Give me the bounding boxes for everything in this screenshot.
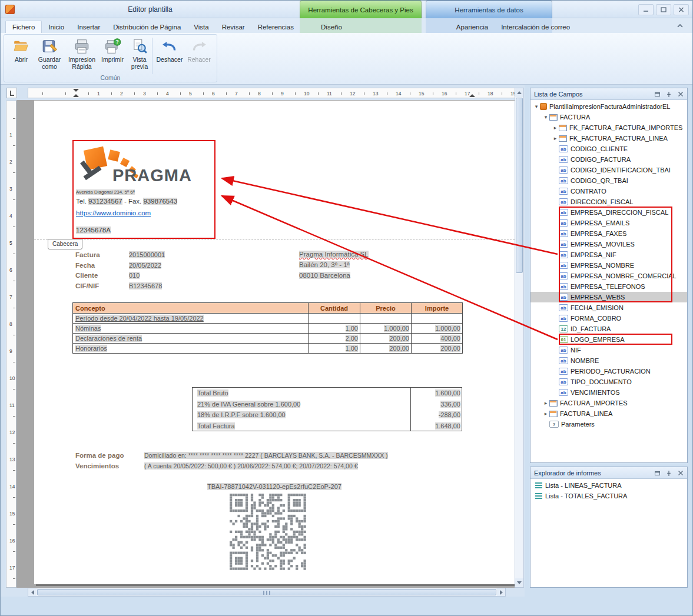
totals-value: 1.648,00 bbox=[411, 421, 460, 431]
ruler-origin-box[interactable] bbox=[6, 88, 17, 98]
field-item-empresa-emails[interactable]: abEMPRESA_EMAILS bbox=[530, 218, 687, 228]
invoice-totals-box[interactable]: Total Bruto1.600,0021% de IVA General so… bbox=[192, 387, 462, 431]
scroll-left-button[interactable] bbox=[28, 588, 37, 596]
float-panel-button[interactable] bbox=[653, 90, 661, 98]
imprimir-button[interactable]: ? Imprimir bbox=[99, 38, 126, 76]
field-item-fk-factura-factura-linea[interactable]: ▸FK_FACTURA_FACTURA_LINEA bbox=[530, 133, 687, 144]
document-vertical-scrollbar[interactable] bbox=[515, 88, 524, 588]
report-item-lista-lineas-factura[interactable]: Lista - LINEAS_FACTURA bbox=[530, 480, 687, 491]
field-item-codigo-factura[interactable]: abCODIGO_FACTURA bbox=[530, 154, 687, 165]
tab-inicio[interactable]: Inicio bbox=[42, 21, 71, 33]
maximize-button[interactable] bbox=[656, 4, 671, 15]
field-item-direccion-fiscal[interactable]: abDIRECCION_FISCAL bbox=[530, 197, 687, 207]
abrir-button[interactable]: Abrir bbox=[8, 38, 34, 76]
pin-panel-button[interactable] bbox=[665, 469, 673, 477]
field-item-vencimientos[interactable]: abVENCIMIENTOS bbox=[530, 387, 687, 398]
field-item-codigo-qr-tbai[interactable]: abCODIGO_QR_TBAI bbox=[530, 175, 687, 186]
ruler-margin-marker-icon[interactable] bbox=[73, 89, 79, 92]
report-icon bbox=[540, 103, 547, 110]
field-item-id-factura[interactable]: 12ID_FACTURA bbox=[530, 324, 687, 334]
v-ruler-tick bbox=[13, 172, 15, 173]
invoice-period-row[interactable]: Período desde 20/04/2022 hasta 19/05/202… bbox=[73, 314, 463, 324]
scroll-up-button[interactable] bbox=[515, 88, 523, 97]
rehacer-button[interactable]: Rehacer bbox=[184, 38, 214, 76]
document-page[interactable]: PRAGMA Avenida Diagonal 234, 5º 6ª Tel. … bbox=[34, 101, 515, 584]
tab-revisar[interactable]: Revisar bbox=[215, 21, 251, 33]
impresion-rapida-button[interactable]: Impresion Rápida bbox=[65, 38, 99, 76]
horizontal-ruler[interactable]: 12345678910111213141516171819 bbox=[28, 88, 515, 98]
ruler-margin-marker-icon[interactable] bbox=[73, 94, 79, 97]
report-item-lista-totales-factura[interactable]: Lista - TOTALES_FACTURA bbox=[530, 491, 687, 501]
report-explorer-header[interactable]: Explorador de informes bbox=[530, 467, 687, 479]
field-item-tipo-documento[interactable]: abTIPO_DOCUMENTO bbox=[530, 377, 687, 387]
field-item-codigo-cliente[interactable]: abCODIGO_CLIENTE bbox=[530, 144, 687, 154]
tab-intercalacion-de-correo[interactable]: Intercalación de correo bbox=[495, 21, 576, 33]
company-header-block[interactable]: PRAGMA Avenida Diagonal 234, 5º 6ª Tel. … bbox=[72, 140, 215, 239]
document-horizontal-scrollbar[interactable] bbox=[28, 588, 506, 597]
field-item-factura[interactable]: ▾FACTURA bbox=[530, 112, 687, 122]
pin-panel-button[interactable] bbox=[665, 90, 673, 98]
field-item-contrato[interactable]: abCONTRATO bbox=[530, 186, 687, 197]
field-item-nif[interactable]: abNIF bbox=[530, 345, 687, 355]
field-list-header[interactable]: Lista de Campos bbox=[530, 88, 687, 100]
field-item-fecha-emision[interactable]: abFECHA_EMISION bbox=[530, 302, 687, 313]
guardar-como-button[interactable]: Guardar como bbox=[34, 38, 65, 76]
field-item-empresa-telefonos[interactable]: abEMPRESA_TELEFONOS bbox=[530, 281, 687, 292]
invoice-lines-table[interactable]: ConceptoCantidadPrecioImportePeríodo des… bbox=[72, 302, 463, 354]
field-item-empresa-nombre-comercial[interactable]: abEMPRESA_NOMBRE_COMERCIAL bbox=[530, 271, 687, 281]
tab-referencias[interactable]: Referencias bbox=[251, 21, 300, 33]
expander-icon[interactable]: ▸ bbox=[542, 411, 549, 417]
field-item-empresa-nif[interactable]: abEMPRESA_NIF bbox=[530, 249, 687, 260]
field-item-empresa-faxes[interactable]: abEMPRESA_FAXES bbox=[530, 228, 687, 239]
scroll-down-button[interactable] bbox=[515, 578, 523, 587]
text-field-icon: ab bbox=[559, 177, 568, 184]
expander-icon[interactable]: ▸ bbox=[542, 400, 549, 406]
expander-icon[interactable]: ▸ bbox=[552, 125, 559, 131]
tab-insertar[interactable]: Insertar bbox=[71, 21, 107, 33]
tab-apariencia[interactable]: Apariencia bbox=[450, 21, 495, 33]
close-button[interactable] bbox=[674, 4, 689, 15]
ruler-margin-marker-icon[interactable] bbox=[469, 94, 475, 97]
field-item-plantillaimpresionfacturaadministradorel[interactable]: ▾PlantillaImpresionFacturaAdministradorE… bbox=[530, 101, 687, 112]
expander-icon[interactable]: ▸ bbox=[552, 135, 559, 141]
invoice-line-row[interactable]: Nóminas1,001.000,001.000,00 bbox=[73, 324, 463, 334]
field-item-empresa-direccion-fiscal[interactable]: abEMPRESA_DIRECCION_FISCAL bbox=[530, 207, 687, 218]
ribbon-collapse-button[interactable] bbox=[675, 21, 685, 30]
field-item-parameters[interactable]: ?Parameters bbox=[530, 419, 687, 429]
company-website-link[interactable]: https://www.dominio.com bbox=[76, 209, 151, 217]
v-ruler-tick bbox=[13, 416, 15, 417]
field-item-nombre[interactable]: abNOMBRE bbox=[530, 355, 687, 366]
invoice-line-row[interactable]: Declaraciones de renta2,00200,00400,00 bbox=[73, 334, 463, 344]
vertical-ruler[interactable]: 1234567891011121314151617 bbox=[6, 101, 16, 588]
horizontal-scroll-thumb[interactable] bbox=[37, 589, 496, 595]
invoice-meta-row: CIF/NIF B12345678 bbox=[75, 282, 127, 292]
expander-icon[interactable]: ▾ bbox=[542, 114, 549, 120]
scroll-right-button[interactable] bbox=[497, 588, 505, 596]
field-item-codigo-identificacion-tbai[interactable]: abCODIGO_IDENTIFICACION_TBAI bbox=[530, 165, 687, 175]
close-panel-button[interactable] bbox=[677, 469, 685, 477]
field-item-periodo-facturacion[interactable]: abPERIODO_FACTURACION bbox=[530, 366, 687, 377]
minimize-button[interactable] bbox=[638, 4, 654, 15]
field-item-logo-empresa[interactable]: 01LOGO_EMPRESA bbox=[530, 334, 687, 345]
field-item-empresa-nombre[interactable]: abEMPRESA_NOMBRE bbox=[530, 260, 687, 271]
invoice-line-row[interactable]: Honorarios1,00200,00200,00 bbox=[73, 344, 463, 354]
field-item-empresa-webs[interactable]: abEMPRESA_WEBS bbox=[530, 292, 687, 302]
field-item-forma-cobro[interactable]: abFORMA_COBRO bbox=[530, 313, 687, 324]
v-ruler-number: 12 bbox=[9, 429, 15, 435]
vista-previa-button[interactable]: Vista previa bbox=[126, 38, 153, 76]
deshacer-button[interactable]: Deshacer bbox=[155, 38, 184, 76]
tab-diseno[interactable]: Diseño bbox=[314, 21, 349, 33]
field-item-empresa-moviles[interactable]: abEMPRESA_MOVILES bbox=[530, 239, 687, 249]
expander-icon[interactable]: ▾ bbox=[533, 104, 540, 109]
float-panel-button[interactable] bbox=[653, 469, 661, 477]
field-item-factura-importes[interactable]: ▸FACTURA_IMPORTES bbox=[530, 398, 687, 408]
field-item-factura-linea[interactable]: ▸FACTURA_LINEA bbox=[530, 408, 687, 419]
vertical-scroll-thumb[interactable] bbox=[516, 98, 523, 273]
tab-vista[interactable]: Vista bbox=[187, 21, 215, 33]
tab-fichero[interactable]: Fichero bbox=[5, 21, 42, 33]
close-panel-button[interactable] bbox=[677, 90, 685, 98]
tab-distribucion-de-pagina[interactable]: Distribución de Página bbox=[107, 21, 187, 33]
field-item-fk-factura-factura-importes[interactable]: ▸FK_FACTURA_FACTURA_IMPORTES bbox=[530, 122, 687, 133]
window-title: Editor plantilla bbox=[1, 5, 300, 14]
band-tab-cabecera[interactable]: Cabecera bbox=[48, 239, 82, 249]
